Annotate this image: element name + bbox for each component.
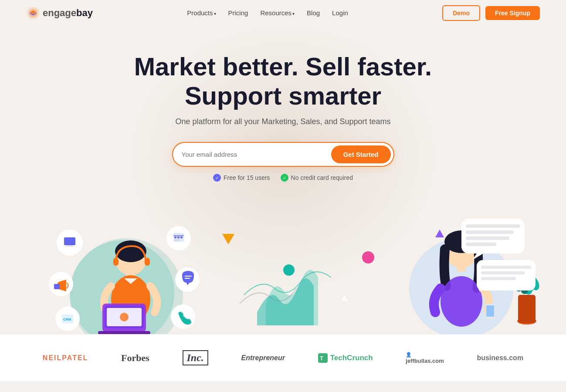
svg-rect-45 bbox=[518, 295, 535, 323]
svg-rect-21 bbox=[54, 284, 60, 289]
right-illustration-svg bbox=[392, 208, 549, 334]
svg-rect-59 bbox=[481, 277, 516, 280]
svg-rect-32 bbox=[177, 239, 180, 241]
navbar: engagebay Products▾ Pricing Resources▾ B… bbox=[0, 0, 566, 26]
email-input[interactable] bbox=[182, 151, 331, 158]
trusted-section: NEILPATEL Forbes Inc. Entrepreneur T Tec… bbox=[0, 334, 566, 381]
logo-icon bbox=[26, 6, 40, 20]
nav-link-resources[interactable]: Resources▾ bbox=[260, 9, 295, 17]
svg-rect-30 bbox=[180, 237, 183, 238]
businesscom-logo: business.com bbox=[477, 354, 523, 362]
nav-link-login[interactable]: Login bbox=[332, 9, 348, 17]
signup-button[interactable]: Free Signup bbox=[485, 6, 540, 20]
svg-text:CRM: CRM bbox=[63, 318, 71, 321]
center-illustration bbox=[222, 216, 344, 325]
illustration-area: CRM bbox=[9, 190, 557, 334]
hero-headline: Market better. Sell faster. Support smar… bbox=[9, 52, 557, 110]
jeffbullas-logo: 👤 jeffbullas.com bbox=[406, 352, 444, 364]
email-form-wrapper: Get Started bbox=[9, 142, 557, 167]
nav-item-blog[interactable]: Blog bbox=[307, 9, 320, 17]
svg-rect-40 bbox=[457, 265, 466, 271]
svg-rect-57 bbox=[481, 266, 531, 269]
entrepreneur-logo: Entrepreneur bbox=[241, 354, 285, 362]
svg-rect-43 bbox=[486, 305, 494, 317]
svg-rect-29 bbox=[177, 237, 180, 238]
logo[interactable]: engagebay bbox=[26, 6, 93, 20]
hero-section: Market better. Sell faster. Support smar… bbox=[0, 26, 566, 334]
nav-link-pricing[interactable]: Pricing bbox=[228, 9, 248, 17]
nav-item-pricing[interactable]: Pricing bbox=[228, 9, 248, 17]
svg-rect-54 bbox=[466, 237, 509, 240]
badge-no-credit-card: ✓ No credit card required bbox=[281, 174, 353, 182]
checkmark-icon-green: ✓ bbox=[281, 174, 288, 182]
svg-rect-15 bbox=[145, 258, 150, 266]
svg-rect-52 bbox=[466, 224, 520, 228]
svg-rect-31 bbox=[174, 239, 176, 241]
svg-point-12 bbox=[120, 313, 129, 321]
forbes-logo: Forbes bbox=[121, 352, 149, 364]
svg-rect-19 bbox=[65, 246, 74, 247]
svg-rect-56 bbox=[477, 260, 535, 291]
get-started-button[interactable]: Get Started bbox=[331, 145, 391, 163]
right-person-illustration bbox=[392, 208, 549, 334]
svg-rect-14 bbox=[113, 258, 119, 266]
svg-rect-53 bbox=[466, 230, 514, 234]
svg-rect-55 bbox=[466, 243, 496, 246]
techcrunch-logo: T TechCrunch bbox=[318, 353, 373, 363]
email-form: Get Started bbox=[172, 142, 394, 167]
svg-text:T: T bbox=[320, 355, 323, 362]
nav-item-login[interactable]: Login bbox=[332, 9, 348, 17]
left-person-illustration: CRM bbox=[35, 208, 200, 334]
svg-rect-17 bbox=[64, 237, 75, 245]
svg-rect-58 bbox=[481, 271, 525, 274]
form-badges: ✓ Free for 15 users ✓ No credit card req… bbox=[9, 174, 557, 182]
neilpatel-logo: NEILPATEL bbox=[43, 354, 88, 362]
checkmark-icon: ✓ bbox=[213, 174, 221, 182]
nav-item-resources[interactable]: Resources▾ bbox=[260, 9, 295, 17]
nav-item-products[interactable]: Products▾ bbox=[187, 9, 216, 17]
pink-circle-shape bbox=[362, 251, 374, 264]
nav-buttons: Demo Free Signup bbox=[442, 5, 540, 21]
nav-link-blog[interactable]: Blog bbox=[307, 9, 320, 17]
inc-logo: Inc. bbox=[183, 350, 208, 365]
svg-point-2 bbox=[32, 12, 34, 14]
nav-links: Products▾ Pricing Resources▾ Blog Login bbox=[187, 9, 348, 17]
logo-text: engagebay bbox=[43, 7, 93, 19]
svg-rect-28 bbox=[174, 237, 176, 238]
hero-subtitle: One platform for all your Marketing, Sal… bbox=[9, 117, 557, 126]
svg-rect-13 bbox=[98, 331, 150, 334]
demo-button[interactable]: Demo bbox=[442, 5, 480, 21]
svg-rect-51 bbox=[461, 219, 525, 253]
svg-point-41 bbox=[441, 276, 482, 327]
badge-free-users: ✓ Free for 15 users bbox=[213, 174, 270, 182]
nav-link-products[interactable]: Products▾ bbox=[187, 9, 216, 17]
left-illustration-svg: CRM bbox=[35, 208, 200, 334]
